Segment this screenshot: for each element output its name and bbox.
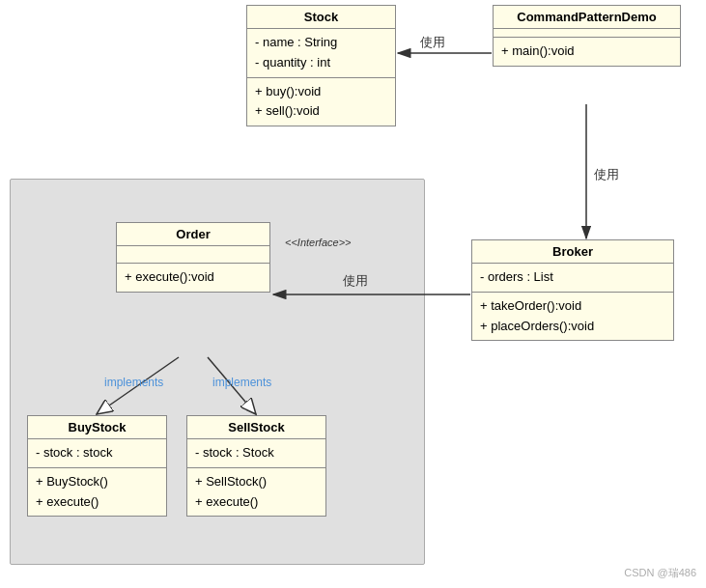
buy-stock-method-2: + execute()	[36, 492, 158, 513]
sell-stock-method-2: + execute()	[195, 492, 318, 513]
order-class: Order + execute():void	[116, 222, 270, 293]
broker-class: Broker - orders : List + takeOrder():voi…	[471, 239, 674, 341]
order-attributes	[117, 246, 269, 264]
stock-method-1: + buy():void	[255, 82, 387, 102]
cpd-methods: + main():void	[494, 38, 680, 66]
buy-stock-class: BuyStock - stock : stock + BuyStock() + …	[27, 415, 167, 517]
broker-name: Broker	[552, 244, 593, 259]
command-pattern-demo-class: CommandPatternDemo + main():void	[493, 5, 681, 67]
buy-stock-name: BuyStock	[69, 420, 127, 434]
sell-stock-methods: + SellStock() + execute()	[187, 468, 325, 517]
broker-method-2: + placeOrders():void	[480, 317, 665, 337]
sell-stock-header: SellStock	[187, 416, 325, 439]
stock-attr-1: - name : String	[255, 33, 387, 53]
stock-attr-2: - quantity : int	[255, 53, 387, 73]
sell-stock-method-1: + SellStock()	[195, 472, 318, 492]
cpd-header: CommandPatternDemo	[494, 6, 680, 29]
broker-attr-1: - orders : List	[480, 267, 665, 288]
buy-stock-attr-1: - stock : stock	[36, 443, 158, 463]
uses-label-1: 使用	[420, 35, 445, 49]
watermark-text: CSDN @瑞486	[624, 567, 696, 578]
cpd-name: CommandPatternDemo	[517, 10, 656, 24]
stock-method-2: + sell():void	[255, 101, 387, 122]
order-methods: + execute():void	[117, 264, 269, 292]
uses-label-2: 使用	[594, 167, 619, 182]
sell-stock-name: SellStock	[228, 420, 285, 434]
buy-stock-header: BuyStock	[28, 416, 166, 439]
order-header: Order	[117, 223, 269, 246]
stock-name: Stock	[304, 10, 338, 24]
stock-methods: + buy():void + sell():void	[247, 78, 395, 126]
cpd-method-1: + main():void	[501, 42, 672, 62]
broker-method-1: + takeOrder():void	[480, 296, 665, 317]
sell-stock-attr-1: - stock : Stock	[195, 443, 318, 463]
broker-attributes: - orders : List	[472, 264, 673, 293]
broker-header: Broker	[472, 240, 673, 264]
stock-class: Stock - name : String - quantity : int +…	[246, 5, 396, 126]
diagram-area: Stock - name : String - quantity : int +…	[0, 0, 706, 588]
cpd-attributes	[494, 29, 680, 38]
broker-methods: + takeOrder():void + placeOrders():void	[472, 293, 673, 341]
order-method-1: + execute():void	[125, 267, 262, 288]
sell-stock-class: SellStock - stock : Stock + SellStock() …	[186, 415, 326, 517]
buy-stock-attributes: - stock : stock	[28, 439, 166, 468]
stock-class-header: Stock	[247, 6, 395, 29]
sell-stock-attributes: - stock : Stock	[187, 439, 325, 468]
stock-attributes: - name : String - quantity : int	[247, 29, 395, 78]
buy-stock-method-1: + BuyStock()	[36, 472, 158, 492]
order-name: Order	[176, 227, 210, 241]
watermark: CSDN @瑞486	[624, 566, 696, 580]
buy-stock-methods: + BuyStock() + execute()	[28, 468, 166, 517]
